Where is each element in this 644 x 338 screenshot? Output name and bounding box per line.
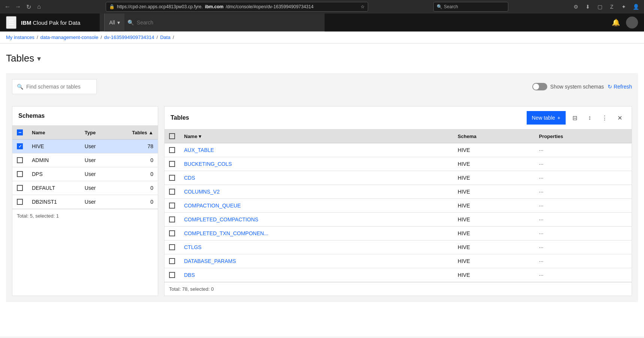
extensions-icon[interactable]: ⚙: [571, 2, 581, 12]
table-row-checkbox[interactable]: [169, 189, 175, 195]
page-title-chevron[interactable]: ▾: [37, 54, 41, 63]
table-row-checkbox[interactable]: [169, 161, 175, 167]
table-row-properties[interactable]: ···: [535, 157, 632, 171]
table-row-checkbox-cell[interactable]: [165, 240, 180, 254]
table-row[interactable]: COMPLETED_TXN_COMPONEN...HIVE···: [165, 227, 632, 240]
notifications-button[interactable]: 🔔: [609, 15, 623, 30]
schema-row[interactable]: DB2INST1User0: [12, 195, 158, 209]
profile-icon[interactable]: Z: [607, 2, 617, 12]
schema-row[interactable]: DPSUser0: [12, 167, 158, 181]
search-filter-dropdown[interactable]: All ▾: [104, 14, 124, 32]
global-search-bar[interactable]: All ▾ 🔍: [100, 14, 325, 32]
table-row[interactable]: AUX_TABLEHIVE···: [165, 143, 632, 157]
table-row-properties[interactable]: ···: [535, 213, 632, 227]
breadcrumb-data[interactable]: Data: [160, 35, 170, 40]
reload-button[interactable]: ↻: [24, 2, 33, 11]
table-row-properties[interactable]: ···: [535, 171, 632, 185]
schema-select-all-checkbox[interactable]: −: [17, 129, 23, 135]
table-row-name[interactable]: COMPLETED_TXN_COMPONEN...: [180, 227, 453, 240]
table-row-checkbox[interactable]: [169, 244, 175, 250]
schema-col-tables-header[interactable]: Tables ▲: [118, 126, 158, 140]
table-row-checkbox-cell[interactable]: [165, 185, 180, 199]
breadcrumb-dv-id[interactable]: dv-1635994909734314: [104, 35, 154, 40]
table-row[interactable]: COMPACTION_QUEUEHIVE···: [165, 199, 632, 213]
address-bar[interactable]: 🔒 https://cpd-zen.apps.ocp4813pw03.cp.fy…: [106, 2, 368, 12]
extensions2-icon[interactable]: ✦: [619, 2, 629, 12]
table-name-link[interactable]: COMPLETED_TXN_COMPONEN...: [184, 230, 268, 236]
new-table-button[interactable]: New table +: [527, 111, 566, 125]
schema-header-checkbox-cell[interactable]: −: [12, 126, 27, 140]
table-row-checkbox-cell[interactable]: [165, 213, 180, 227]
table-row-name[interactable]: COMPACTION_QUEUE: [180, 199, 453, 213]
table-row[interactable]: COMPLETED_COMPACTIONSHIVE···: [165, 213, 632, 227]
table-row-name[interactable]: BUCKETING_COLS: [180, 157, 453, 171]
more-options-button[interactable]: ⋮: [599, 112, 611, 124]
table-row-checkbox[interactable]: [169, 230, 175, 236]
table-row-checkbox[interactable]: [169, 272, 175, 278]
table-row-checkbox-cell[interactable]: [165, 254, 180, 268]
account-icon[interactable]: 👤: [631, 2, 641, 12]
table-name-link[interactable]: DBS: [184, 272, 195, 278]
table-row[interactable]: COLUMNS_V2HIVE···: [165, 185, 632, 199]
table-row-checkbox-cell[interactable]: [165, 199, 180, 213]
tab-icon[interactable]: ▢: [595, 2, 605, 12]
tables-header-checkbox-cell[interactable]: [165, 129, 180, 143]
tables-col-name-header[interactable]: Name ▾: [180, 129, 453, 143]
forward-button[interactable]: →: [13, 2, 22, 11]
table-name-link[interactable]: COLUMNS_V2: [184, 189, 220, 195]
schema-row-checkbox[interactable]: [17, 185, 23, 191]
table-row-properties[interactable]: ···: [535, 199, 632, 213]
table-row-checkbox-cell[interactable]: [165, 268, 180, 282]
table-row-properties[interactable]: ···: [535, 268, 632, 282]
table-row[interactable]: DATABASE_PARAMSHIVE···: [165, 254, 632, 268]
global-search-input[interactable]: [137, 20, 320, 26]
table-row-name[interactable]: AUX_TABLE: [180, 143, 453, 157]
table-row-name[interactable]: COMPLETED_COMPACTIONS: [180, 213, 453, 227]
schema-row-checkbox[interactable]: [17, 199, 23, 205]
table-name-link[interactable]: DATABASE_PARAMS: [184, 258, 236, 264]
table-row[interactable]: DBSHIVE···: [165, 268, 632, 282]
schema-row-checkbox-cell[interactable]: ✓: [12, 140, 27, 153]
table-row-properties[interactable]: ···: [535, 240, 632, 254]
refresh-button[interactable]: ↻ Refresh: [608, 84, 632, 90]
schema-row-checkbox[interactable]: [17, 171, 23, 177]
table-name-link[interactable]: COMPACTION_QUEUE: [184, 203, 241, 209]
table-name-link[interactable]: CTLGS: [184, 244, 202, 250]
table-row-properties[interactable]: ···: [535, 185, 632, 199]
schema-row-checkbox-cell[interactable]: [12, 195, 27, 209]
menu-button[interactable]: ☰: [6, 16, 16, 29]
schema-row[interactable]: ADMINUser0: [12, 153, 158, 167]
table-row-name[interactable]: DATABASE_PARAMS: [180, 254, 453, 268]
table-row-checkbox-cell[interactable]: [165, 157, 180, 171]
browser-search-box[interactable]: 🔍 Search: [433, 2, 508, 12]
schema-row-checkbox-cell[interactable]: [12, 167, 27, 181]
schema-search-input[interactable]: [26, 84, 92, 90]
table-name-link[interactable]: CDS: [184, 175, 195, 181]
table-row-checkbox[interactable]: [169, 216, 175, 222]
table-row-properties[interactable]: ···: [535, 254, 632, 268]
table-row[interactable]: BUCKETING_COLSHIVE···: [165, 157, 632, 171]
table-row-checkbox-cell[interactable]: [165, 227, 180, 240]
schema-search-bar[interactable]: 🔍: [12, 79, 97, 94]
tables-select-all-checkbox[interactable]: [169, 133, 175, 139]
table-name-link[interactable]: BUCKETING_COLS: [184, 161, 232, 167]
schema-row-checkbox[interactable]: ✓: [17, 143, 23, 149]
table-row[interactable]: CTLGSHIVE···: [165, 240, 632, 254]
table-row-checkbox[interactable]: [169, 258, 175, 264]
table-row-name[interactable]: CDS: [180, 171, 453, 185]
table-row-checkbox-cell[interactable]: [165, 171, 180, 185]
table-row[interactable]: CDSHIVE···: [165, 171, 632, 185]
schema-row-checkbox-cell[interactable]: [12, 153, 27, 167]
breadcrumb-my-instances[interactable]: My instances: [6, 35, 34, 40]
schema-row-checkbox[interactable]: [17, 157, 23, 163]
user-avatar[interactable]: [626, 17, 638, 29]
sort-button[interactable]: ↕: [584, 112, 596, 124]
table-row-properties[interactable]: ···: [535, 227, 632, 240]
table-row-checkbox[interactable]: [169, 203, 175, 209]
schema-row[interactable]: DEFAULTUser0: [12, 181, 158, 195]
filter-button[interactable]: ⊟: [569, 112, 581, 124]
schema-col-name-header[interactable]: Name: [27, 126, 80, 140]
table-row-checkbox-cell[interactable]: [165, 143, 180, 157]
table-name-link[interactable]: AUX_TABLE: [184, 147, 214, 153]
close-panel-button[interactable]: ✕: [614, 112, 626, 124]
